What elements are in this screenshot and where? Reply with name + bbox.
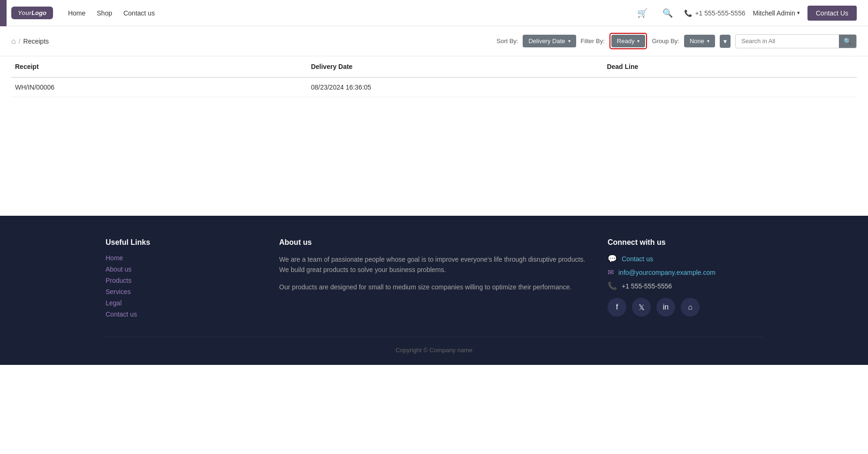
about-p2: Our products are designed for small to m… (279, 282, 589, 292)
footer-link-products[interactable]: Products (106, 277, 260, 284)
facebook-icon[interactable]: f (608, 298, 626, 317)
nav-shop[interactable]: Shop (97, 9, 112, 17)
sort-caret-icon: ▾ (568, 38, 571, 44)
group-by-button[interactable]: None ▾ (684, 35, 715, 47)
table-header-row: Receipt Delivery Date Dead Line (11, 56, 857, 77)
footer: Useful Links HomeAbout usProductsService… (0, 216, 868, 365)
cell-delivery-date: 08/23/2024 16:36:05 (307, 77, 603, 97)
footer-link-legal[interactable]: Legal (106, 299, 260, 307)
col-header-receipt: Receipt (11, 56, 307, 77)
social-icons-container: f𝕏in⌂ (608, 298, 762, 317)
search-magnifier-icon: 🔍 (844, 38, 852, 45)
breadcrumb: ⌂ / Receipts (11, 37, 49, 45)
email-icon: ✉ (608, 268, 614, 277)
copyright: Copyright © Company name (396, 347, 472, 354)
phone-display: 📞 +1 555-555-5556 (684, 9, 745, 17)
connect-item: ✉info@yourcompany.example.com (608, 268, 762, 277)
toolbar-controls: Sort By: Delivery Date ▾ Filter By: Read… (496, 33, 857, 49)
twitter-x-icon[interactable]: 𝕏 (632, 298, 651, 317)
footer-connect: Connect with us 💬Contact us✉info@yourcom… (608, 238, 762, 322)
cart-icon[interactable]: 🛒 (633, 6, 651, 20)
footer-links-container: HomeAbout usProductsServicesLegalContact… (106, 254, 260, 318)
table-row[interactable]: WH/IN/00006 08/23/2024 16:36:05 (11, 77, 857, 97)
col-header-deadline: Dead Line (603, 56, 857, 77)
receipts-table: Receipt Delivery Date Dead Line WH/IN/00… (11, 56, 857, 97)
chevron-down-icon: ▾ (797, 10, 800, 16)
search-icon[interactable]: 🔍 (659, 6, 677, 20)
footer-bottom: Copyright © Company name (106, 337, 762, 354)
connect-phone: +1 555-555-5556 (622, 282, 672, 290)
breadcrumb-current: Receipts (23, 38, 49, 45)
breadcrumb-separator: / (19, 38, 21, 45)
search-container: 🔍 (735, 34, 857, 48)
sort-value: Delivery Date (528, 38, 565, 45)
connect-link[interactable]: info@yourcompany.example.com (618, 269, 716, 276)
nav-home[interactable]: Home (68, 9, 85, 17)
nav-contact[interactable]: Contact us (123, 9, 155, 17)
connect-item: 📞+1 555-555-5556 (608, 281, 762, 290)
about-title: About us (279, 238, 589, 247)
extra-filter-button[interactable]: ▾ (720, 35, 731, 48)
connect-item: 💬Contact us (608, 254, 762, 263)
sort-label: Sort By: (496, 38, 518, 45)
phone-icon: 📞 (608, 281, 617, 290)
phone-number: +1 555-555-5556 (695, 9, 745, 17)
connect-items-container: 💬Contact us✉info@yourcompany.example.com… (608, 254, 762, 290)
useful-links-title: Useful Links (106, 238, 260, 247)
logo[interactable]: YourLogo (11, 7, 53, 19)
website-icon[interactable]: ⌂ (681, 298, 700, 317)
filter-caret-icon: ▾ (637, 38, 640, 44)
search-button[interactable]: 🔍 (839, 35, 856, 48)
about-p1: We are a team of passionate people whose… (279, 254, 589, 275)
linkedin-icon[interactable]: in (656, 298, 675, 317)
search-input[interactable] (736, 35, 839, 47)
connect-title: Connect with us (608, 238, 762, 247)
footer-link-contact-us[interactable]: Contact us (106, 310, 260, 318)
filter-label: Filter By: (581, 38, 605, 45)
navbar: YourLogo Home Shop Contact us 🛒 🔍 📞 +1 5… (0, 0, 868, 26)
group-label: Group By: (652, 38, 679, 45)
contact-us-button[interactable]: Contact Us (807, 6, 857, 21)
cell-deadline (603, 77, 857, 97)
content-area: Receipt Delivery Date Dead Line WH/IN/00… (0, 56, 868, 216)
toolbar-bar: ⌂ / Receipts Sort By: Delivery Date ▾ Fi… (0, 26, 868, 56)
side-accent (0, 0, 7, 26)
link-icon: 💬 (608, 254, 617, 263)
cell-receipt: WH/IN/00006 (11, 77, 307, 97)
group-caret-icon: ▾ (707, 38, 709, 44)
footer-useful-links: Useful Links HomeAbout usProductsService… (106, 238, 260, 322)
navbar-right: 🛒 🔍 📞 +1 555-555-5556 Mitchell Admin ▾ C… (633, 6, 857, 21)
col-header-delivery: Delivery Date (307, 56, 603, 77)
group-value: None (690, 38, 704, 45)
footer-grid: Useful Links HomeAbout usProductsService… (106, 238, 762, 337)
footer-link-home[interactable]: Home (106, 254, 260, 262)
filter-value: Ready (617, 38, 635, 45)
connect-link[interactable]: Contact us (622, 255, 653, 263)
sort-by-button[interactable]: Delivery Date ▾ (523, 35, 576, 47)
filter-ready-wrapper: Ready ▾ (609, 33, 647, 49)
phone-icon: 📞 (684, 9, 692, 17)
user-menu[interactable]: Mitchell Admin ▾ (753, 9, 799, 17)
filter-by-button[interactable]: Ready ▾ (611, 35, 646, 47)
footer-link-about-us[interactable]: About us (106, 265, 260, 273)
footer-link-services[interactable]: Services (106, 288, 260, 295)
footer-about: About us We are a team of passionate peo… (279, 238, 589, 322)
home-icon[interactable]: ⌂ (11, 37, 16, 45)
nav-links: Home Shop Contact us (68, 9, 155, 17)
username: Mitchell Admin (753, 9, 795, 17)
